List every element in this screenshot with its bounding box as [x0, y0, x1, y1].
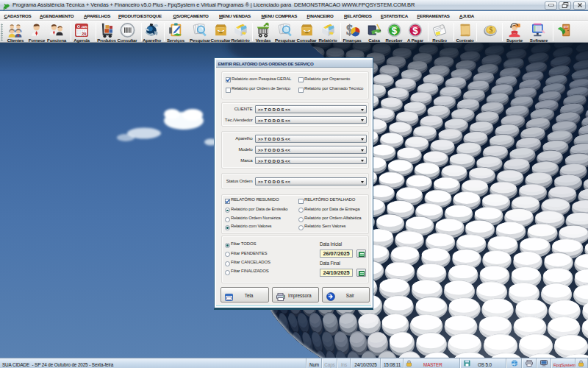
svg-text:29: 29: [82, 32, 86, 36]
svg-text:$: $: [489, 26, 492, 34]
svg-text:EXIT: EXIT: [564, 26, 569, 29]
svg-text:$: $: [391, 25, 397, 36]
svg-text:JAN: JAN: [82, 25, 87, 29]
svg-text:$: $: [412, 25, 418, 36]
